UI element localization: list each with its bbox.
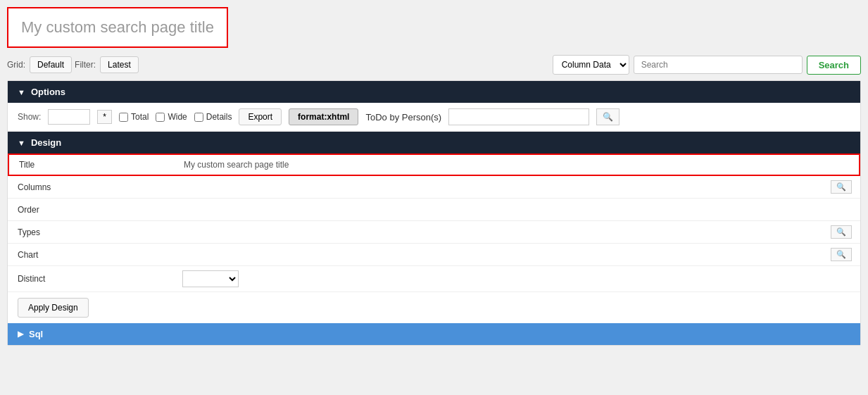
title-field-input[interactable]: [184, 160, 853, 170]
columns-field-input[interactable]: [182, 182, 831, 192]
columns-field-label: Columns: [8, 178, 177, 196]
toolbar-right: Column Data All Columns ID Name Search: [553, 55, 861, 75]
types-field-value: 🔍: [177, 221, 860, 243]
todo-search-button[interactable]: 🔍: [596, 108, 619, 125]
title-field-label: Title: [9, 156, 178, 174]
title-field-value: [178, 156, 859, 174]
distinct-field-row: Distinct Yes No: [8, 266, 860, 292]
chart-field-row: Chart 🔍: [8, 244, 860, 266]
details-label: Details: [206, 112, 232, 122]
total-checkbox-group: Total: [119, 112, 149, 122]
show-label: Show:: [18, 112, 41, 122]
todo-search-icon: 🔍: [603, 112, 613, 122]
types-field-label: Types: [8, 223, 177, 242]
export-button[interactable]: Export: [239, 108, 282, 125]
chart-field-value: 🔍: [177, 244, 860, 265]
columns-search-button[interactable]: 🔍: [831, 180, 852, 194]
distinct-field-label: Distinct: [8, 270, 177, 288]
filter-latest-button[interactable]: Latest: [100, 56, 139, 73]
columns-field-value: 🔍: [177, 176, 860, 198]
design-fields: Title Columns 🔍 Order: [8, 153, 860, 292]
options-chevron-icon: ▼: [18, 88, 25, 96]
wide-checkbox[interactable]: [156, 113, 165, 122]
total-checkbox[interactable]: [119, 113, 128, 122]
main-box: ▼ Options Show: * Total Wide Details Exp…: [7, 80, 861, 346]
todo-input[interactable]: [448, 108, 589, 125]
total-label: Total: [131, 112, 149, 122]
filter-label: Filter:: [75, 60, 96, 70]
page-title: My custom search page title: [21, 18, 214, 37]
title-box: My custom search page title: [7, 7, 228, 48]
options-header-label: Options: [31, 87, 65, 97]
design-chevron-icon: ▼: [18, 139, 25, 147]
options-row: Show: * Total Wide Details Export format…: [8, 103, 860, 132]
order-field-label: Order: [8, 201, 177, 219]
wide-label: Wide: [168, 112, 187, 122]
columns-field-row: Columns 🔍: [8, 176, 860, 199]
grid-label: Grid:: [7, 60, 25, 70]
options-section-header[interactable]: ▼ Options: [8, 81, 860, 103]
page-container: My custom search page title Grid: Defaul…: [0, 0, 868, 353]
column-data-select[interactable]: Column Data All Columns ID Name: [553, 55, 629, 75]
apply-design-button[interactable]: Apply Design: [18, 298, 89, 318]
show-input[interactable]: [48, 109, 90, 125]
distinct-field-value: Yes No: [177, 266, 860, 291]
details-checkbox-group: Details: [194, 112, 232, 122]
toolbar-row: Grid: Default Filter: Latest Column Data…: [7, 55, 861, 75]
types-field-input[interactable]: [182, 227, 831, 237]
sql-chevron-icon: ▶: [18, 330, 23, 339]
sql-section-header[interactable]: ▶ Sql: [8, 323, 860, 345]
apply-design-container: Apply Design: [8, 292, 860, 323]
chart-search-button[interactable]: 🔍: [831, 248, 852, 261]
chart-field-label: Chart: [8, 246, 177, 264]
types-field-row: Types 🔍: [8, 221, 860, 244]
star-button[interactable]: *: [97, 110, 112, 124]
distinct-select[interactable]: Yes No: [182, 270, 239, 287]
search-button[interactable]: Search: [807, 56, 861, 75]
title-field-row: Title: [8, 153, 860, 176]
order-field-input[interactable]: [182, 205, 855, 215]
design-section-header[interactable]: ▼ Design: [8, 132, 860, 153]
design-header-label: Design: [31, 137, 61, 148]
types-search-button[interactable]: 🔍: [831, 225, 852, 239]
search-input[interactable]: [634, 56, 803, 74]
grid-default-button[interactable]: Default: [30, 56, 72, 73]
wide-checkbox-group: Wide: [156, 112, 187, 122]
todo-label: ToDo by Person(s): [365, 112, 441, 123]
format-button[interactable]: format:xhtml: [289, 108, 358, 125]
details-checkbox[interactable]: [194, 113, 203, 122]
toolbar-left: Grid: Default Filter: Latest: [7, 56, 139, 73]
order-field-value: [177, 201, 860, 219]
sql-header-label: Sql: [29, 329, 43, 339]
order-field-row: Order: [8, 199, 860, 221]
chart-field-input[interactable]: [182, 250, 831, 260]
